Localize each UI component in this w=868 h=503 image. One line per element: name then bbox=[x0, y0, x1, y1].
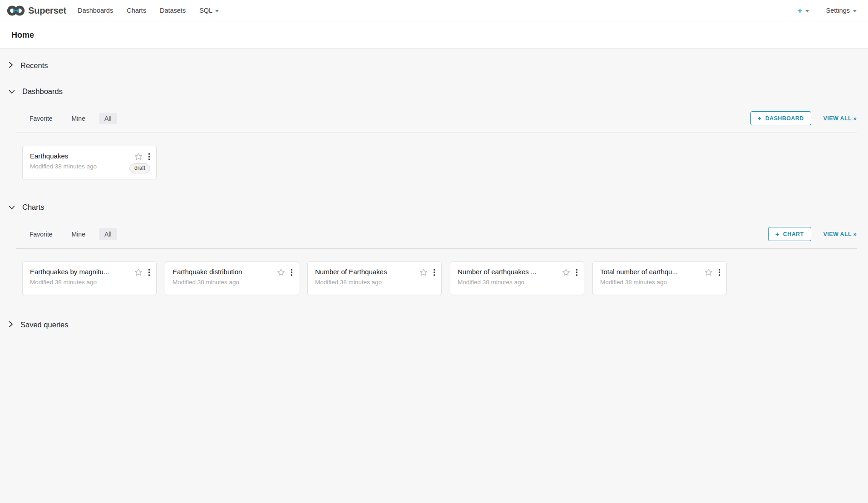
chevron-right-icon bbox=[9, 321, 13, 329]
card-main: Earthquakes Modified 38 minutes ago bbox=[30, 152, 125, 179]
chart-card[interactable]: Number of earthquakes ... Modified 38 mi… bbox=[450, 261, 584, 295]
chevron-down-icon bbox=[9, 88, 15, 96]
card-modified-text: Modified 38 minutes ago bbox=[30, 163, 125, 170]
page-header: Home bbox=[0, 21, 868, 49]
add-dashboard-button[interactable]: + DASHBOARD bbox=[750, 111, 811, 125]
card-icons bbox=[134, 268, 151, 277]
chevron-down-icon bbox=[9, 203, 15, 212]
section-header-saved-queries[interactable]: Saved queries bbox=[0, 307, 868, 335]
tab-all[interactable]: All bbox=[99, 113, 117, 124]
tab-favorite[interactable]: Favorite bbox=[24, 228, 58, 240]
chevron-down-icon bbox=[853, 10, 857, 12]
card-icons bbox=[277, 268, 293, 277]
section-title: Charts bbox=[22, 203, 44, 212]
card-main: Number of earthquakes ... Modified 38 mi… bbox=[458, 268, 557, 295]
draft-status-badge: draft bbox=[129, 163, 150, 173]
page-title: Home bbox=[11, 30, 34, 40]
card-icons bbox=[705, 268, 721, 277]
card-side bbox=[705, 268, 721, 295]
card-main: Number of Earthquakes Modified 38 minute… bbox=[315, 268, 415, 295]
card-icons bbox=[562, 268, 578, 277]
chart-card[interactable]: Total number of earthqu... Modified 38 m… bbox=[592, 261, 727, 295]
kebab-menu-icon[interactable] bbox=[148, 152, 151, 161]
plus-icon: + bbox=[758, 115, 762, 122]
superset-logo[interactable]: Superset bbox=[7, 5, 66, 16]
brand-name: Superset bbox=[28, 5, 66, 16]
kebab-menu-icon[interactable] bbox=[148, 268, 151, 277]
chevron-down-icon bbox=[215, 10, 219, 12]
charts-tabs: Favorite Mine All bbox=[24, 228, 125, 240]
favorite-star-icon[interactable] bbox=[277, 268, 285, 276]
card-side bbox=[562, 268, 578, 295]
kebab-menu-icon[interactable] bbox=[576, 268, 578, 277]
kebab-menu-icon[interactable] bbox=[718, 268, 721, 277]
nav-item-dashboards[interactable]: Dashboards bbox=[71, 0, 120, 21]
settings-menu-button[interactable]: Settings bbox=[826, 7, 857, 14]
card-icons bbox=[419, 268, 436, 277]
card-title: Number of Earthquakes bbox=[315, 268, 415, 276]
card-title: Total number of earthqu... bbox=[600, 268, 700, 276]
tab-mine[interactable]: Mine bbox=[66, 228, 91, 240]
kebab-menu-icon[interactable] bbox=[433, 268, 436, 277]
navbar-right: + Settings bbox=[797, 6, 857, 15]
card-main: Total number of earthqu... Modified 38 m… bbox=[600, 268, 700, 295]
nav-item-datasets[interactable]: Datasets bbox=[153, 0, 192, 21]
card-side bbox=[277, 268, 293, 295]
chart-card[interactable]: Earthquake distribution Modified 38 minu… bbox=[165, 261, 299, 295]
card-icons bbox=[134, 152, 151, 161]
plus-icon: + bbox=[797, 6, 802, 15]
charts-actions: + CHART VIEW ALL » bbox=[768, 227, 857, 241]
favorite-star-icon[interactable] bbox=[134, 268, 143, 276]
dashboards-subnav: Favorite Mine All + DASHBOARD VIEW ALL » bbox=[16, 104, 857, 133]
plus-icon: + bbox=[775, 231, 779, 237]
superset-infinity-icon bbox=[7, 5, 25, 16]
favorite-star-icon[interactable] bbox=[562, 268, 570, 276]
section-header-charts[interactable]: Charts bbox=[0, 191, 868, 217]
charts-view-all-link[interactable]: VIEW ALL » bbox=[824, 231, 857, 237]
chart-card[interactable]: Earthquakes by magnitu... Modified 38 mi… bbox=[22, 261, 157, 295]
dashboards-tabs: Favorite Mine All bbox=[24, 113, 125, 124]
card-title: Earthquakes by magnitu... bbox=[30, 268, 130, 276]
card-title: Earthquakes bbox=[30, 152, 125, 160]
charts-card-row: Earthquakes by magnitu... Modified 38 mi… bbox=[0, 249, 868, 307]
chart-card[interactable]: Number of Earthquakes Modified 38 minute… bbox=[307, 261, 442, 295]
card-side bbox=[419, 268, 436, 295]
card-modified-text: Modified 38 minutes ago bbox=[600, 279, 700, 286]
favorite-star-icon[interactable] bbox=[705, 268, 713, 276]
card-modified-text: Modified 38 minutes ago bbox=[173, 279, 272, 286]
kebab-menu-icon[interactable] bbox=[291, 268, 293, 277]
tab-mine[interactable]: Mine bbox=[66, 113, 91, 124]
favorite-star-icon[interactable] bbox=[134, 153, 143, 160]
card-modified-text: Modified 38 minutes ago bbox=[30, 279, 130, 286]
new-item-menu-button[interactable]: + bbox=[797, 6, 809, 15]
chevron-right-icon bbox=[9, 62, 13, 70]
add-chart-button[interactable]: + CHART bbox=[768, 227, 811, 241]
dashboards-actions: + DASHBOARD VIEW ALL » bbox=[750, 111, 857, 125]
card-main: Earthquake distribution Modified 38 minu… bbox=[173, 268, 272, 295]
section-title: Recents bbox=[20, 61, 48, 70]
nav-item-charts[interactable]: Charts bbox=[120, 0, 153, 21]
section-title: Saved queries bbox=[20, 321, 69, 329]
tab-favorite[interactable]: Favorite bbox=[24, 113, 58, 124]
favorite-star-icon[interactable] bbox=[419, 268, 428, 276]
card-modified-text: Modified 38 minutes ago bbox=[458, 279, 557, 286]
tab-all[interactable]: All bbox=[99, 228, 117, 240]
dashboards-view-all-link[interactable]: VIEW ALL » bbox=[824, 115, 857, 122]
card-title: Number of earthquakes ... bbox=[458, 268, 557, 276]
dashboards-card-row: Earthquakes Modified 38 minutes ago draf… bbox=[0, 133, 868, 191]
card-modified-text: Modified 38 minutes ago bbox=[315, 279, 415, 286]
section-header-dashboards[interactable]: Dashboards bbox=[0, 75, 868, 101]
card-side bbox=[134, 268, 151, 295]
nav-item-sql[interactable]: SQL bbox=[192, 0, 226, 21]
chevron-down-icon bbox=[805, 10, 809, 12]
nav-links: Dashboards Charts Datasets SQL bbox=[71, 0, 226, 21]
charts-subnav: Favorite Mine All + CHART VIEW ALL » bbox=[16, 220, 857, 249]
dashboard-card-earthquakes[interactable]: Earthquakes Modified 38 minutes ago draf… bbox=[22, 146, 157, 179]
top-navbar: Superset Dashboards Charts Datasets SQL … bbox=[0, 0, 868, 21]
card-side: draft bbox=[129, 152, 150, 179]
card-title: Earthquake distribution bbox=[173, 268, 272, 276]
section-title: Dashboards bbox=[22, 87, 63, 96]
section-header-recents[interactable]: Recents bbox=[0, 49, 868, 75]
card-main: Earthquakes by magnitu... Modified 38 mi… bbox=[30, 268, 130, 295]
